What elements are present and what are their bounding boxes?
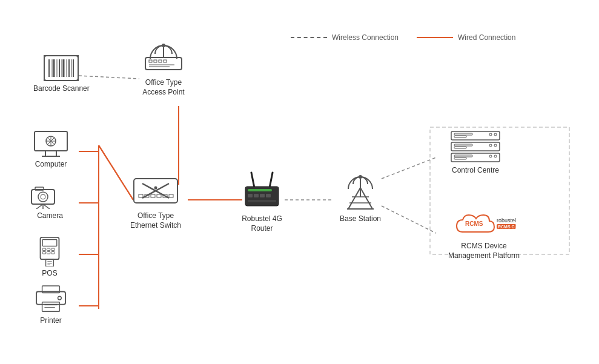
svg-rect-82: [248, 189, 272, 191]
svg-rect-77: [169, 194, 173, 197]
svg-rect-62: [145, 58, 182, 70]
pos-icon: [35, 236, 65, 266]
svg-rect-85: [260, 194, 265, 197]
svg-point-98: [494, 133, 497, 136]
network-diagram: Wireless Connection Wired Connection: [0, 0, 599, 364]
svg-line-41: [43, 204, 50, 209]
svg-point-59: [58, 296, 62, 300]
svg-point-104: [489, 144, 492, 147]
camera-node: Camera: [30, 185, 70, 221]
svg-rect-101: [454, 144, 472, 146]
camera-label: Camera: [37, 211, 63, 221]
ethernet-switch-icon: [131, 173, 180, 209]
svg-line-8: [99, 145, 133, 200]
pos-label: POS: [42, 269, 57, 279]
access-point-node: Office TypeAccess Point: [139, 33, 188, 97]
svg-text:RCMS CLOUD: RCMS CLOUD: [498, 225, 517, 229]
rcms-icon: RCMS robustel RCMS CLOUD: [451, 209, 517, 239]
control-centre-icon: [448, 130, 503, 164]
svg-point-99: [489, 133, 492, 136]
svg-rect-74: [151, 194, 155, 197]
svg-rect-47: [42, 251, 45, 254]
base-station-label: Base Station: [340, 214, 381, 224]
svg-rect-87: [248, 200, 276, 202]
wired-line-icon: [417, 37, 453, 38]
base-station-icon: [336, 164, 385, 212]
svg-rect-97: [454, 136, 466, 137]
svg-rect-66: [164, 60, 167, 62]
svg-rect-102: [454, 147, 466, 148]
router-node: Robustel 4GRouter: [239, 170, 285, 233]
svg-rect-96: [454, 133, 472, 135]
wireless-legend-label: Wireless Connection: [332, 33, 399, 42]
svg-point-60: [162, 44, 165, 47]
svg-point-109: [489, 155, 492, 157]
svg-rect-84: [254, 194, 259, 197]
access-point-label: Office TypeAccess Point: [142, 78, 184, 97]
svg-line-80: [270, 173, 273, 188]
svg-rect-106: [454, 155, 472, 157]
barcode-scanner-icon: [43, 55, 79, 82]
router-icon: [239, 170, 285, 212]
svg-line-91: [360, 188, 372, 209]
barcode-scanner-node: Barcode Scanner: [33, 55, 90, 94]
rcms-node: RCMS robustel RCMS CLOUD RCMS DeviceMana…: [448, 209, 520, 260]
wired-legend-item: Wired Connection: [417, 33, 515, 42]
svg-rect-46: [51, 248, 55, 251]
svg-rect-86: [266, 194, 271, 197]
wireless-legend-item: Wireless Connection: [291, 33, 399, 42]
svg-rect-45: [47, 248, 50, 251]
computer-node: Computer: [33, 130, 68, 170]
wired-legend-label: Wired Connection: [458, 33, 515, 42]
svg-rect-63: [149, 60, 152, 62]
svg-point-78: [154, 187, 157, 190]
ethernet-switch-label: Office TypeEthernet Switch: [130, 211, 181, 230]
svg-line-2: [99, 145, 133, 200]
rcms-label: RCMS DeviceManagement Platform: [448, 242, 520, 260]
control-centre-node: Control Centre: [448, 130, 503, 176]
computer-label: Computer: [35, 160, 67, 170]
access-point-icon: [139, 33, 188, 76]
svg-line-90: [348, 188, 360, 209]
control-centre-label: Control Centre: [452, 166, 499, 176]
barcode-scanner-label: Barcode Scanner: [33, 84, 90, 94]
svg-rect-38: [35, 187, 44, 190]
svg-rect-49: [51, 251, 55, 254]
svg-rect-48: [47, 251, 50, 254]
router-label: Robustel 4GRouter: [242, 214, 282, 233]
svg-point-108: [494, 155, 497, 157]
svg-rect-75: [157, 194, 161, 197]
camera-icon: [30, 185, 70, 209]
ethernet-switch-node: Office TypeEthernet Switch: [130, 173, 181, 230]
wireless-line-icon: [291, 37, 327, 38]
svg-line-12: [382, 206, 436, 233]
pos-node: POS: [35, 236, 65, 279]
svg-rect-83: [248, 194, 253, 197]
legend: Wireless Connection Wired Connection: [291, 33, 515, 42]
svg-line-39: [36, 204, 43, 209]
svg-text:robustel: robustel: [497, 217, 516, 223]
svg-line-11: [382, 157, 436, 179]
svg-text:RCMS: RCMS: [465, 220, 483, 227]
svg-rect-44: [42, 248, 45, 251]
svg-point-36: [38, 192, 48, 202]
svg-point-37: [41, 194, 45, 199]
base-station-node: Base Station: [336, 164, 385, 224]
svg-rect-64: [154, 60, 157, 62]
svg-rect-65: [159, 60, 162, 62]
svg-point-103: [494, 144, 497, 147]
computer-icon: [33, 130, 68, 157]
connections-svg: [0, 0, 599, 364]
printer-icon: [33, 285, 68, 314]
svg-point-88: [359, 175, 362, 179]
printer-node: Printer: [33, 285, 68, 326]
svg-rect-107: [454, 157, 466, 159]
svg-rect-43: [42, 239, 57, 246]
printer-label: Printer: [40, 316, 61, 326]
svg-line-79: [251, 173, 254, 188]
svg-rect-72: [139, 194, 143, 197]
svg-rect-56: [42, 302, 60, 311]
